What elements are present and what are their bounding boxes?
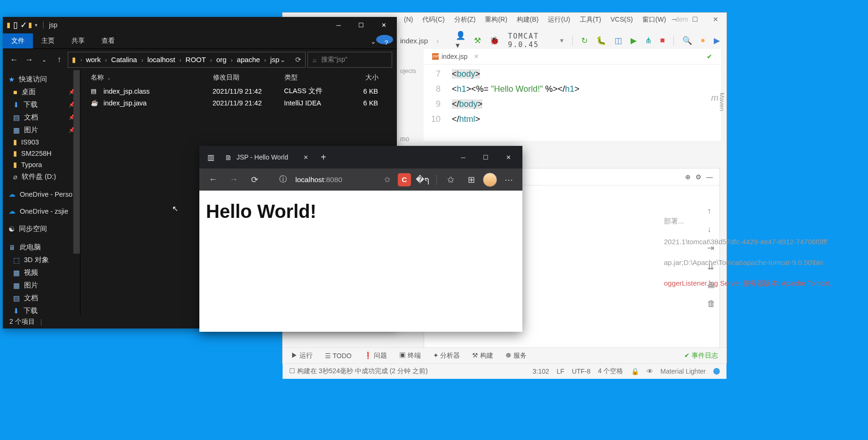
scroll-down-icon[interactable]: ↓ xyxy=(707,224,716,234)
soft-wrap-icon[interactable]: ⇥ xyxy=(707,243,716,253)
address-bar[interactable]: ▮› work›Catalina›localhost›ROOT›org›apac… xyxy=(68,52,306,68)
menu-button[interactable]: ⋯ xyxy=(500,171,518,189)
extensions-icon[interactable]: �ףּ xyxy=(414,171,432,189)
nav-history-icon[interactable]: ⌄ xyxy=(38,56,51,63)
coverage-icon[interactable]: ◫ xyxy=(615,36,622,46)
nav-back-button[interactable]: ← xyxy=(204,171,222,189)
user-icon[interactable]: 👤▾ xyxy=(456,31,466,50)
ribbon-file-tab[interactable]: 文件 xyxy=(3,33,33,48)
path-segment[interactable]: Catalina xyxy=(111,56,137,64)
debug-button[interactable]: 🐛 xyxy=(596,36,606,46)
close-tab-icon[interactable]: ✕ xyxy=(474,53,479,60)
sidebar-item[interactable]: 🖥此电脑 xyxy=(3,241,80,254)
sidebar-item[interactable]: ⬚3D 对象 xyxy=(3,254,80,266)
sidebar-item[interactable]: ☁OneDrive - Perso xyxy=(3,189,80,200)
sidebar-item[interactable]: ▮IS903 xyxy=(3,136,80,148)
sidebar-item[interactable]: ▦图片📌 xyxy=(3,124,80,136)
tool-build[interactable]: ⚒ 构建 xyxy=(472,352,493,360)
nav-forward-button[interactable]: → xyxy=(23,55,36,64)
maven-tool-button[interactable]: Maven xyxy=(711,93,726,111)
line-separator[interactable]: LF xyxy=(557,368,564,375)
nav-up-button[interactable]: ↑ xyxy=(53,55,66,64)
bug-icon[interactable]: 🐞 xyxy=(489,36,499,46)
tool-services[interactable]: ☸ 服务 xyxy=(505,352,527,360)
scrollbar[interactable] xyxy=(73,70,80,254)
close-button[interactable]: ✕ xyxy=(372,17,395,32)
file-encoding[interactable]: UTF-8 xyxy=(572,368,591,375)
sidebar-item[interactable]: ▮SM2258H xyxy=(3,148,80,159)
close-button[interactable]: ✕ xyxy=(497,148,520,167)
theme-label[interactable]: Material Lighter xyxy=(661,368,706,375)
run-button[interactable]: ↻ xyxy=(581,36,588,46)
stop-button[interactable]: ■ xyxy=(660,36,665,45)
code-editor[interactable]: 7<body>8<h1><%= "Hello World!" %></h1>9<… xyxy=(424,64,721,127)
ide-minimize-button[interactable]: ─ xyxy=(667,15,681,24)
sidebar-item[interactable]: ☁OneDrive - zsjie xyxy=(3,206,80,217)
sidebar-item[interactable]: ★快速访问 xyxy=(3,73,80,86)
file-row[interactable]: ▤index_jsp.class2021/11/9 21:42CLASS 文件6… xyxy=(80,85,397,97)
ide-maximize-button[interactable]: ☐ xyxy=(688,15,702,24)
menu-item[interactable]: 重构(R) xyxy=(485,16,507,23)
sidebar-item[interactable]: ■桌面📌 xyxy=(3,86,80,98)
extension-c-icon[interactable]: C xyxy=(398,173,411,186)
caret-position[interactable]: 3:102 xyxy=(533,368,549,375)
profile-avatar[interactable] xyxy=(483,173,497,187)
menu-item[interactable]: 构建(B) xyxy=(517,16,539,23)
file-row[interactable]: ☕index_jsp.java2021/11/9 21:42IntelliJ I… xyxy=(80,97,397,109)
tool-todo[interactable]: ☰ TODO xyxy=(325,352,352,360)
reload-button[interactable]: ⟳ xyxy=(245,171,263,189)
run-anything-icon[interactable]: ▶ xyxy=(714,36,720,46)
minimize-button[interactable]: ─ xyxy=(452,148,474,167)
menu-item[interactable]: (N) xyxy=(404,16,413,23)
profile-icon[interactable]: ▶ xyxy=(631,36,637,46)
refresh-icon[interactable]: ⟳ xyxy=(295,56,301,64)
trash-icon[interactable]: 🗑 xyxy=(707,299,716,309)
sidebar-item[interactable]: ▦图片 xyxy=(3,279,80,292)
tab-actions-button[interactable]: ▥ xyxy=(202,149,219,166)
hammer-icon[interactable]: ⚒ xyxy=(474,36,481,46)
explorer-title-bar[interactable]: ▮ ▯ ✓ ▮ ▾ | jsp ─ ☐ ✕ xyxy=(3,17,397,33)
ide-settings-icon[interactable]: ● xyxy=(701,36,705,45)
nav-forward-button[interactable]: → xyxy=(225,171,243,189)
maximize-button[interactable]: ☐ xyxy=(350,17,372,32)
dropdown-icon[interactable]: ▾ xyxy=(35,22,38,28)
gear-icon[interactable]: ⚙ xyxy=(695,173,702,181)
maximize-button[interactable]: ☐ xyxy=(474,148,497,167)
path-segment[interactable]: localhost xyxy=(147,56,175,64)
menu-item[interactable]: 工具(T) xyxy=(580,16,601,23)
minimize-panel-icon[interactable]: — xyxy=(706,173,713,181)
path-segment[interactable]: ROOT xyxy=(186,56,206,64)
menu-item[interactable]: 窗口(W) xyxy=(642,16,666,23)
address-dropdown-icon[interactable]: ⌄ xyxy=(280,56,286,64)
ribbon-share-tab[interactable]: 共享 xyxy=(63,33,93,48)
scroll-end-icon[interactable]: ⇊ xyxy=(707,262,716,272)
run-config-selector[interactable]: TOMCAT 9.0.45 xyxy=(508,32,552,49)
column-headers[interactable]: 名称⌄ 修改日期 类型 大小 xyxy=(80,70,397,85)
navigation-pane[interactable]: ★快速访问■桌面📌⬇下载📌▤文档📌▦图片📌▮IS903▮SM2258H▮Typo… xyxy=(3,70,80,315)
ide-close-button[interactable]: ✕ xyxy=(709,15,723,24)
path-segment[interactable]: apache xyxy=(237,56,260,64)
favorites-icon[interactable]: ✩ xyxy=(442,171,459,189)
breadcrumb[interactable]: index.jsp xyxy=(400,37,428,45)
tool-problems[interactable]: ❗ 问题 xyxy=(364,352,387,360)
inspection-icon[interactable]: 👁 xyxy=(647,368,653,375)
favorite-icon[interactable]: ✩ xyxy=(384,175,390,184)
sidebar-item[interactable]: ⬇下载📌 xyxy=(3,98,80,111)
tool-profiler[interactable]: ✦ 分析器 xyxy=(433,352,460,360)
print-icon[interactable]: 🖶 xyxy=(707,280,716,290)
indent-setting[interactable]: 4 个空格 xyxy=(598,367,623,376)
tool-run[interactable]: ▶ 运行 xyxy=(291,352,313,360)
nav-back-button[interactable]: ← xyxy=(8,55,21,64)
sidebar-item[interactable]: ▮Typora xyxy=(3,159,80,170)
quick-access-toolbar[interactable]: ▯ ✓ xyxy=(13,20,27,30)
menu-item[interactable]: VCS(S) xyxy=(610,16,632,23)
sidebar-item[interactable]: ⬇下载 xyxy=(3,304,80,315)
search-icon[interactable]: 🔍 xyxy=(682,36,692,46)
sidebar-item[interactable]: ▦视频 xyxy=(3,266,80,279)
scroll-up-icon[interactable]: ↑ xyxy=(707,206,716,216)
close-tab-icon[interactable]: ✕ xyxy=(303,154,308,161)
target-icon[interactable]: ⊕ xyxy=(685,173,691,181)
help-icon[interactable]: ? xyxy=(376,35,393,44)
path-segment[interactable]: jsp xyxy=(270,56,279,64)
menu-item[interactable]: 运行(U) xyxy=(548,16,570,23)
